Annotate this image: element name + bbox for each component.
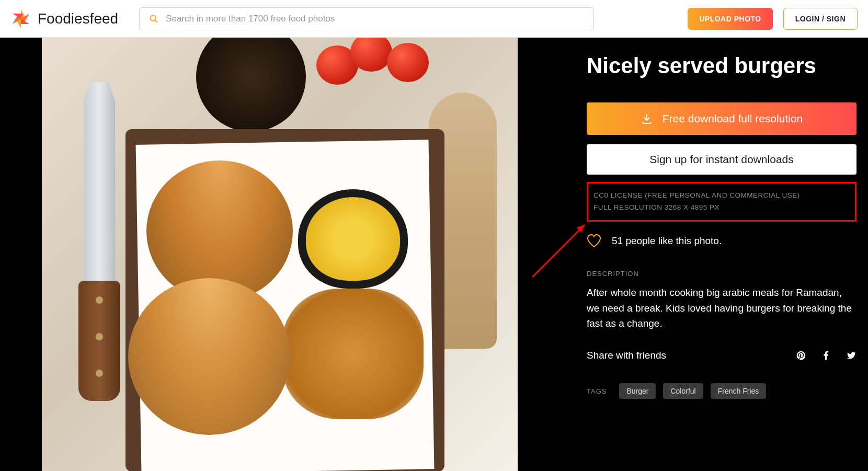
tag[interactable]: French Fries (711, 383, 767, 399)
download-button[interactable]: Free download full resolution (587, 102, 856, 135)
license-text: CC0 LICENSE (FREE PERSONAL AND COMMERCIA… (593, 190, 850, 202)
photo-title: Nicely served burgers (587, 53, 856, 78)
burger-illustration (128, 278, 290, 435)
likes-row: 51 people like this photo. (587, 234, 856, 248)
tag[interactable]: Colorful (663, 383, 703, 399)
corn-illustration (298, 189, 408, 289)
description-label: DESCRIPTION (587, 270, 856, 278)
heart-icon[interactable] (587, 234, 601, 248)
search-input[interactable] (166, 14, 584, 24)
download-label: Free download full resolution (663, 112, 803, 125)
search-icon (149, 14, 158, 24)
header: Foodiesfeed UPLOAD PHOTO LOGIN / SIGN (0, 0, 868, 38)
tag[interactable]: Burger (619, 383, 656, 399)
fries-illustration (282, 289, 424, 419)
likes-count-text: 51 people like this photo. (612, 235, 722, 247)
pinterest-icon[interactable] (796, 350, 806, 361)
drink-illustration (196, 38, 306, 132)
twitter-icon[interactable] (846, 350, 856, 361)
logo[interactable]: Foodiesfeed (10, 8, 118, 29)
search-bar[interactable] (139, 7, 594, 30)
upload-photo-button[interactable]: UPLOAD PHOTO (688, 8, 773, 30)
svg-line-2 (155, 20, 157, 22)
knife-illustration (65, 82, 133, 406)
signup-button[interactable]: Sign up for instant downloads (587, 144, 856, 175)
facebook-icon[interactable] (821, 350, 831, 361)
share-icons (796, 350, 856, 361)
logo-text: Foodiesfeed (38, 10, 118, 27)
share-label: Share with friends (587, 350, 666, 361)
resolution-text: FULL RESOLUTION 3268 X 4895 PX (593, 202, 850, 214)
header-actions: UPLOAD PHOTO LOGIN / SIGN (688, 8, 858, 30)
tags-label: TAGS (587, 387, 607, 395)
download-icon (641, 112, 653, 125)
detail-sidebar: Nicely served burgers Free download full… (518, 38, 868, 471)
login-signup-button[interactable]: LOGIN / SIGN (783, 8, 858, 30)
content: Nicely served burgers Free download full… (0, 38, 868, 471)
aperture-logo-icon (10, 8, 31, 29)
description-text: After whole month cooking big arabic mea… (587, 285, 856, 331)
tags-row: TAGS Burger Colorful French Fries (587, 383, 856, 399)
tomato-illustration (316, 38, 437, 98)
share-row: Share with friends (587, 350, 856, 361)
photo-preview[interactable] (42, 38, 518, 471)
svg-point-1 (150, 15, 156, 21)
photo-column (0, 38, 518, 471)
license-info-box: CC0 LICENSE (FREE PERSONAL AND COMMERCIA… (587, 182, 856, 222)
